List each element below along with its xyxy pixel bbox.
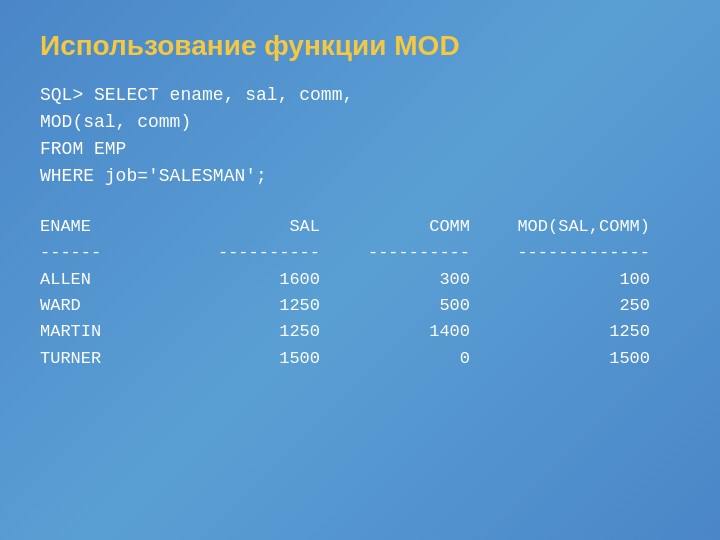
- cell-sal: 1250: [170, 293, 320, 319]
- slide: Использование функции MOD SQL> SELECT en…: [0, 0, 720, 540]
- cell-comm: 300: [320, 267, 470, 293]
- col-header-ename: ENAME: [40, 214, 170, 240]
- cell-sal: 1500: [170, 346, 320, 372]
- table-row: ALLEN 1600 300 100: [40, 267, 680, 293]
- table-row: TURNER 1500 0 1500: [40, 346, 680, 372]
- page-title: Использование функции MOD: [40, 30, 680, 62]
- sep-mod: -------------: [470, 240, 650, 266]
- sql-line-2: MOD(sal, comm): [40, 109, 680, 136]
- sep-sal: ----------: [170, 240, 320, 266]
- cell-sal: 1250: [170, 319, 320, 345]
- table-header-row: ENAME SAL COMM MOD(SAL,COMM): [40, 214, 680, 240]
- table-row: MARTIN 1250 1400 1250: [40, 319, 680, 345]
- results-table: ENAME SAL COMM MOD(SAL,COMM) ------ ----…: [40, 214, 680, 372]
- col-header-comm: COMM: [320, 214, 470, 240]
- cell-mod: 1500: [470, 346, 650, 372]
- cell-mod: 250: [470, 293, 650, 319]
- cell-ename: WARD: [40, 293, 170, 319]
- cell-comm: 0: [320, 346, 470, 372]
- col-header-sal: SAL: [170, 214, 320, 240]
- sql-line-3: FROM EMP: [40, 136, 680, 163]
- sep-comm: ----------: [320, 240, 470, 266]
- sql-line-4: WHERE job='SALESMAN';: [40, 163, 680, 190]
- cell-ename: TURNER: [40, 346, 170, 372]
- sql-block: SQL> SELECT ename, sal, comm, MOD(sal, c…: [40, 82, 680, 190]
- col-header-mod: MOD(SAL,COMM): [470, 214, 650, 240]
- cell-sal: 1600: [170, 267, 320, 293]
- cell-comm: 1400: [320, 319, 470, 345]
- cell-ename: ALLEN: [40, 267, 170, 293]
- cell-mod: 100: [470, 267, 650, 293]
- sep-ename: ------: [40, 240, 170, 266]
- cell-comm: 500: [320, 293, 470, 319]
- sql-line-1: SQL> SELECT ename, sal, comm,: [40, 82, 680, 109]
- cell-mod: 1250: [470, 319, 650, 345]
- cell-ename: MARTIN: [40, 319, 170, 345]
- table-separator-row: ------ ---------- ---------- -----------…: [40, 240, 680, 266]
- table-row: WARD 1250 500 250: [40, 293, 680, 319]
